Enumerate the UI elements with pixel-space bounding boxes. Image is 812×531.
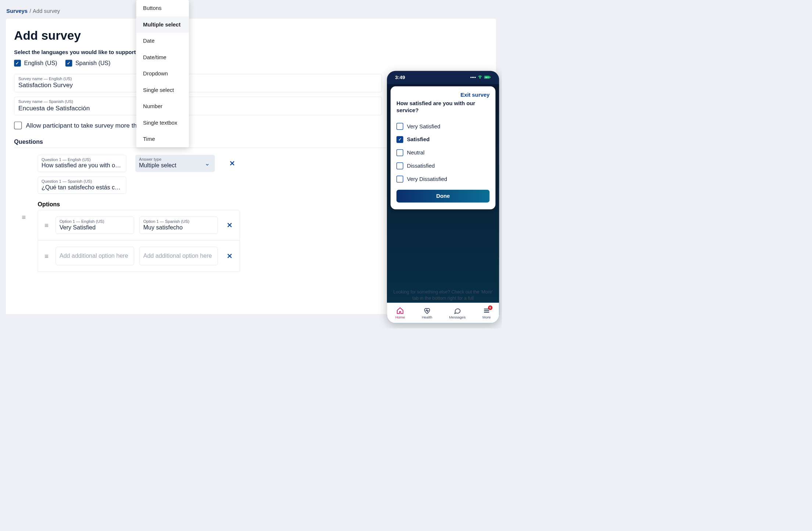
language-english-checkbox[interactable]: English (US) (14, 60, 57, 67)
dropdown-item-number[interactable]: Number (136, 98, 189, 114)
survey-option-satisfied[interactable]: Satisfied (396, 133, 489, 146)
field-value: Multiple select (139, 162, 211, 169)
placeholder-text: Add additional option here (143, 253, 214, 260)
field-label: Question 1 — Spanish (US) (42, 179, 122, 184)
svg-rect-2 (485, 76, 489, 78)
dropdown-item-datetime[interactable]: Date/time (136, 49, 189, 65)
dropdown-item-buttons[interactable]: Buttons (136, 0, 189, 16)
dropdown-item-single-select[interactable]: Single select (136, 82, 189, 98)
survey-name-spanish-input[interactable]: Survey name — Spanish (US) Encuesta de S… (14, 97, 382, 115)
option-spanish-input[interactable]: Option 1 — Spanish (US) Muy satisfecho (139, 217, 218, 234)
allow-repeat-label: Allow participant to take survey more th… (26, 122, 144, 129)
dropdown-item-single-textbox[interactable]: Single textbox (136, 114, 189, 131)
phone-status-icons: •••• (470, 75, 491, 80)
option-spanish-input-new[interactable]: Add additional option here (139, 247, 218, 265)
language-spanish-label: Spanish (US) (75, 60, 111, 67)
field-label: Survey name — Spanish (US) (18, 99, 378, 104)
survey-option-dissatisfied[interactable]: Dissatisfied (396, 159, 489, 172)
tab-label: Health (422, 315, 432, 319)
tab-messages[interactable]: Messages (449, 307, 466, 320)
field-value: Very Satisfied (60, 224, 130, 231)
tab-more[interactable]: 6 More (482, 307, 491, 320)
breadcrumb: Surveys / Add survey (0, 0, 502, 19)
survey-option-label: Very Satisfied (407, 123, 440, 129)
field-value: How satisfied are you with o… (42, 162, 122, 169)
options-container: ≡ Option 1 — English (US) Very Satisfied… (38, 210, 240, 272)
dropdown-item-dropdown[interactable]: Dropdown (136, 65, 189, 82)
field-value: ¿Qué tan satisfecho estás c… (42, 184, 122, 191)
option-english-input[interactable]: Option 1 — English (US) Very Satisfied (55, 217, 134, 234)
phone-tabbar: Home Health Messages 6 More (387, 303, 499, 323)
tab-label: Home (395, 315, 405, 319)
breadcrumb-current: Add survey (33, 8, 60, 14)
delete-option-button[interactable]: ✕ (227, 221, 232, 229)
delete-question-button[interactable]: ✕ (229, 160, 235, 168)
field-value: Muy satisfecho (143, 224, 214, 231)
option-row: ≡ Option 1 — English (US) Very Satisfied… (38, 210, 240, 240)
message-icon (453, 307, 461, 314)
survey-name-english-input[interactable]: Survey name — English (US) Satisfaction … (14, 74, 382, 92)
phone-status-bar: 3:49 •••• (387, 71, 499, 84)
battery-icon (484, 75, 491, 80)
drag-handle-icon[interactable]: ≡ (22, 216, 26, 218)
survey-question: How satisfied are you with our service? (396, 100, 489, 114)
breadcrumb-root[interactable]: Surveys (6, 8, 28, 14)
checkbox-icon (396, 123, 403, 130)
tab-label: Messages (449, 315, 466, 319)
field-label: Survey name — English (US) (18, 76, 378, 81)
survey-option-very-satisfied[interactable]: Very Satisfied (396, 120, 489, 133)
language-label: Select the languages you would like to s… (14, 49, 488, 55)
language-spanish-checkbox[interactable]: Spanish (US) (65, 60, 111, 67)
signal-icon: •••• (470, 75, 476, 80)
drag-handle-icon[interactable]: ≡ (43, 224, 50, 227)
tab-health[interactable]: Health (422, 307, 432, 320)
done-button[interactable]: Done (396, 190, 489, 203)
option-row-new: ≡ Add additional option here Add additio… (38, 240, 240, 272)
field-value: Encuesta de Satisfacción (18, 104, 378, 112)
dropdown-item-multiple-select[interactable]: Multiple select (136, 16, 189, 32)
checkbox-icon (396, 149, 403, 156)
survey-option-label: Neutral (407, 150, 424, 156)
question-spanish-input[interactable]: Question 1 — Spanish (US) ¿Qué tan satis… (38, 177, 126, 194)
field-label: Option 1 — Spanish (US) (143, 219, 214, 224)
field-label: Answer type (139, 157, 211, 162)
field-label: Option 1 — English (US) (60, 219, 130, 224)
placeholder-text: Add additional option here (60, 253, 130, 260)
answer-type-select[interactable]: Answer type Multiple select ⌄ (135, 155, 215, 172)
checkbox-icon (65, 60, 72, 67)
breadcrumb-sep: / (29, 8, 31, 14)
heart-icon (423, 307, 431, 314)
survey-option-label: Very Dissatisfied (407, 176, 447, 182)
language-english-label: English (US) (24, 60, 57, 67)
home-icon (396, 307, 404, 314)
dropdown-item-time[interactable]: Time (136, 131, 189, 147)
survey-option-label: Satisfied (407, 136, 430, 143)
checkbox-icon (396, 136, 403, 143)
tab-label: More (482, 315, 491, 319)
field-label: Question 1 — English (US) (42, 157, 122, 162)
checkbox-icon (396, 163, 403, 170)
question-english-input[interactable]: Question 1 — English (US) How satisfied … (38, 155, 126, 172)
survey-modal: Exit survey How satisfied are you with o… (391, 86, 496, 209)
delete-option-button[interactable]: ✕ (227, 252, 232, 260)
chevron-down-icon: ⌄ (205, 160, 210, 167)
tab-home[interactable]: Home (395, 307, 405, 320)
checkbox-icon (14, 60, 21, 67)
svg-point-0 (480, 78, 481, 79)
answer-type-dropdown-menu: Buttons Multiple select Date Date/time D… (136, 0, 189, 147)
drag-handle-icon[interactable]: ≡ (43, 254, 50, 257)
phone-preview: 3:49 •••• Exit survey How satisfied are … (387, 71, 499, 323)
checkbox-icon (396, 176, 403, 183)
exit-survey-link[interactable]: Exit survey (396, 92, 489, 98)
svg-rect-3 (490, 76, 491, 78)
phone-time: 3:49 (395, 75, 405, 81)
badge: 6 (488, 305, 492, 310)
wifi-icon (478, 75, 482, 80)
survey-option-neutral[interactable]: Neutral (396, 146, 489, 159)
dropdown-item-date[interactable]: Date (136, 33, 189, 49)
phone-hint-text: Looking for something else? Check out th… (391, 289, 495, 302)
field-value: Satisfaction Survey (18, 82, 378, 89)
option-english-input-new[interactable]: Add additional option here (55, 247, 134, 265)
survey-option-very-dissatisfied[interactable]: Very Dissatisfied (396, 172, 489, 186)
page-title: Add survey (14, 28, 488, 42)
